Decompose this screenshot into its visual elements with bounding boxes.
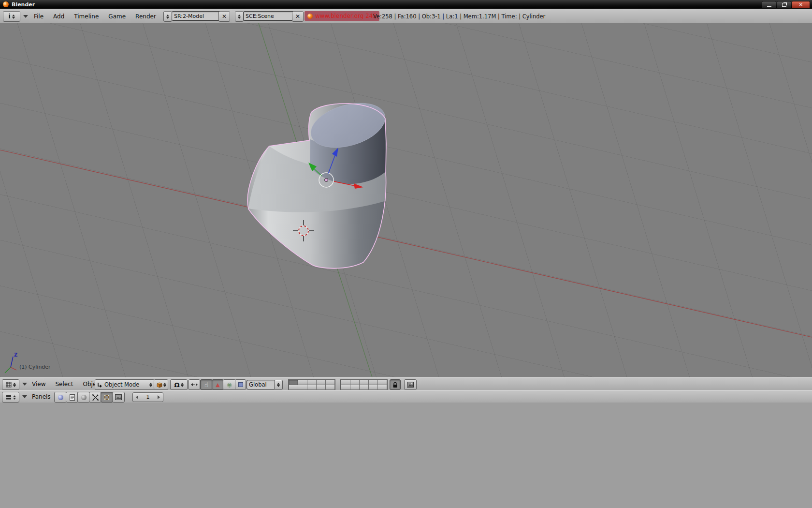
layer-toggle[interactable] <box>326 385 334 390</box>
layer-toggle[interactable] <box>317 380 325 385</box>
textured-cube-icon <box>156 382 162 388</box>
menu-view[interactable]: View <box>32 381 45 388</box>
layer-toggle[interactable] <box>369 385 377 390</box>
stepper-icon <box>181 383 184 387</box>
layer-toggle[interactable] <box>378 380 387 385</box>
header-collapse-icon[interactable] <box>23 15 28 18</box>
mode-dropdown[interactable]: Object Mode <box>95 379 155 390</box>
menu-file[interactable]: File <box>34 13 44 20</box>
hand-icon: ☝ <box>204 381 208 388</box>
translate-manipulator-button[interactable]: ▲ <box>212 379 224 390</box>
scene-browse-button[interactable] <box>235 11 244 22</box>
screen-name: SR:2-Model <box>174 13 204 19</box>
screen-close-button[interactable]: ✕ <box>218 11 230 22</box>
rotate-circle-icon: ◉ <box>227 381 232 388</box>
layer-toggle[interactable] <box>307 385 316 390</box>
close-button[interactable]: ✕ <box>792 1 810 9</box>
layer-toggle[interactable] <box>350 380 359 385</box>
scale-manipulator-button[interactable] <box>235 379 246 390</box>
axis-indicator <box>5 357 16 373</box>
render-preview-button[interactable] <box>404 379 417 390</box>
layer-toggle[interactable] <box>326 380 334 385</box>
editor-type-selector[interactable] <box>2 392 19 403</box>
manipulator-widget-button[interactable] <box>188 379 200 390</box>
restore-button[interactable] <box>777 1 791 9</box>
object-context-button[interactable] <box>89 392 102 403</box>
orientation-dropdown[interactable]: Global <box>246 380 277 389</box>
version-text: www.blender.org 245 <box>315 13 377 19</box>
frame-next-icon[interactable] <box>158 395 160 399</box>
layer-toggle[interactable] <box>350 385 359 390</box>
lock-layers-toggle[interactable] <box>390 379 401 390</box>
menu-game[interactable]: Game <box>108 13 126 20</box>
viewport-canvas[interactable] <box>0 23 812 377</box>
orientation-stepper[interactable] <box>274 380 283 390</box>
image-icon <box>407 382 414 388</box>
layer-toggle[interactable] <box>289 380 298 385</box>
layer-toggle[interactable] <box>360 380 368 385</box>
editing-icon <box>104 394 110 400</box>
editor-type-selector[interactable]: i <box>3 11 20 22</box>
stepper-icon <box>163 383 166 387</box>
object-arrows-icon <box>92 394 99 401</box>
layer-toggle[interactable] <box>341 380 350 385</box>
editing-context-button[interactable] <box>101 392 113 403</box>
info-editor-icon: i <box>8 13 10 20</box>
editor-type-selector[interactable] <box>2 379 19 390</box>
window-title: Blender <box>12 1 35 8</box>
layer-toggle[interactable] <box>369 380 377 385</box>
scene-context-button[interactable] <box>112 392 125 403</box>
shading-context-button[interactable] <box>77 392 90 403</box>
logic-context-button[interactable] <box>54 392 67 403</box>
viewport-menus: View Select Object <box>32 381 102 388</box>
frame-stepper[interactable]: 1 <box>132 392 163 402</box>
minimize-button[interactable] <box>762 1 776 9</box>
draw-type-dropdown[interactable] <box>154 379 168 390</box>
layer-toggle[interactable] <box>378 385 387 390</box>
script-context-button[interactable] <box>66 392 78 403</box>
header-collapse-icon[interactable] <box>22 383 27 386</box>
buttons-window: Link and Materials ME:Cylinder F OB:Cyli… <box>0 403 812 508</box>
stepper-icon <box>149 383 152 387</box>
layer-toggle[interactable] <box>341 385 350 390</box>
header-collapse-icon[interactable] <box>22 395 27 398</box>
blender-logo-icon <box>3 1 9 7</box>
layer-toggle[interactable] <box>317 385 325 390</box>
layer-toggle[interactable] <box>289 385 298 390</box>
menu-render[interactable]: Render <box>135 13 156 20</box>
viewport-3d[interactable]: Z (1) Cylinder <box>0 23 812 378</box>
scene-name: SCE:Scene <box>246 13 274 19</box>
screen-browse-button[interactable] <box>163 11 172 22</box>
mode-label: Object Mode <box>104 381 139 388</box>
viewport-header: View Select Object Object Mode Ω <box>0 377 812 391</box>
lock-icon <box>392 382 398 388</box>
close-icon: ✕ <box>222 13 227 20</box>
scene-image-icon <box>115 394 122 400</box>
layer-toggle[interactable] <box>298 385 307 390</box>
layer-toggle[interactable] <box>307 380 316 385</box>
scene-name-field[interactable]: SCE:Scene <box>243 11 296 21</box>
menu-timeline[interactable]: Timeline <box>74 13 99 20</box>
manipulator-toggle-button[interactable]: ☝ <box>200 379 213 390</box>
main-menu-bar: i File Add Timeline Game Render Help SR:… <box>0 9 812 24</box>
stepper-icon <box>13 383 16 387</box>
pivot-dropdown[interactable]: Ω <box>170 379 188 390</box>
menu-select[interactable]: Select <box>55 381 73 388</box>
view3d-editor-icon <box>6 382 12 388</box>
rotate-manipulator-button[interactable]: ◉ <box>223 379 236 390</box>
axis-x-line <box>0 150 812 337</box>
screen-name-field[interactable]: SR:2-Model <box>172 11 222 21</box>
menu-add[interactable]: Add <box>53 13 64 20</box>
orientation-label: Global <box>249 381 267 388</box>
blender-logo-icon <box>307 14 313 19</box>
menu-panels[interactable]: Panels <box>32 393 51 400</box>
shading-icon <box>81 395 87 400</box>
layer-toggle[interactable] <box>360 385 368 390</box>
layer-toggle[interactable] <box>298 380 307 385</box>
layer-buttons-group-2 <box>340 379 388 390</box>
close-icon: ✕ <box>295 13 300 20</box>
translate-triangle-icon: ▲ <box>216 382 219 388</box>
restore-icon <box>782 3 786 7</box>
scene-stats: Ve:258 | Fa:160 | Ob:3-1 | La:1 | Mem:1.… <box>373 13 545 20</box>
scene-close-button[interactable]: ✕ <box>292 11 304 22</box>
